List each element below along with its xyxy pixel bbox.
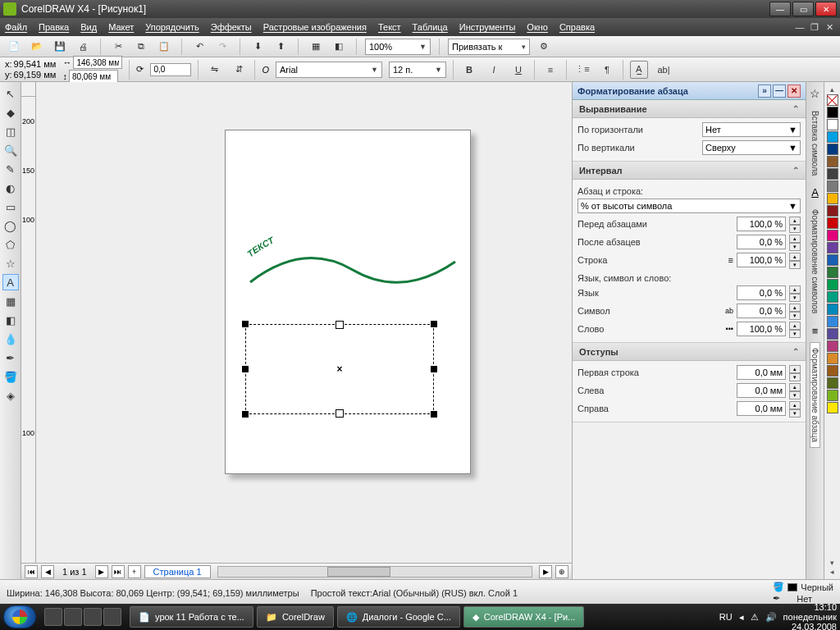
ql-item[interactable] bbox=[103, 608, 121, 626]
next-page-button[interactable]: ▶ bbox=[95, 565, 108, 578]
color-swatch[interactable] bbox=[827, 180, 838, 192]
close-button[interactable]: ✕ bbox=[815, 2, 837, 16]
right-indent-spinner[interactable]: ▴▾ bbox=[789, 401, 801, 416]
menu-edit[interactable]: Правка bbox=[39, 22, 69, 32]
after-para-input[interactable]: 0,0 % bbox=[737, 235, 786, 249]
paste-button[interactable]: 📋 bbox=[155, 38, 173, 56]
minimize-button[interactable]: — bbox=[769, 2, 791, 16]
maximize-button[interactable]: ▭ bbox=[792, 2, 814, 16]
char-format-button[interactable]: A̲ bbox=[630, 61, 648, 79]
palette-up-button[interactable]: ▴ bbox=[830, 85, 834, 94]
handle-e[interactable] bbox=[431, 366, 437, 372]
menu-window[interactable]: Окно bbox=[527, 22, 548, 32]
menu-view[interactable]: Вид bbox=[80, 22, 97, 32]
left-indent-spinner[interactable]: ▴▾ bbox=[789, 383, 801, 398]
indent-section-header[interactable]: Отступы ⌃ bbox=[573, 343, 806, 361]
vert-align-combo[interactable]: Сверху▼ bbox=[702, 140, 801, 155]
menu-text[interactable]: Текст bbox=[378, 22, 401, 32]
width-input[interactable] bbox=[73, 56, 122, 69]
word-spinner[interactable]: ▴▾ bbox=[789, 322, 801, 336]
taskbar-item[interactable]: 📁CorelDraw bbox=[257, 606, 334, 628]
ql-item[interactable] bbox=[64, 608, 82, 626]
lang-spinner[interactable]: ▴▾ bbox=[789, 285, 801, 300]
basic-shapes-tool[interactable]: ☆ bbox=[2, 255, 19, 272]
handle-w[interactable] bbox=[242, 366, 249, 372]
zoom-combo[interactable]: 100% ▼ bbox=[365, 39, 431, 55]
word-input[interactable]: 100,0 % bbox=[737, 322, 786, 336]
left-indent-input[interactable]: 0,0 мм bbox=[737, 383, 786, 398]
italic-button[interactable]: I bbox=[485, 61, 503, 79]
zoom-tool[interactable]: 🔍 bbox=[2, 142, 19, 158]
new-button[interactable]: 📄 bbox=[5, 38, 23, 56]
print-button[interactable]: 🖨 bbox=[74, 38, 92, 56]
palette-flyout-button[interactable]: ◂ bbox=[830, 568, 834, 576]
hint-star-icon[interactable]: ☆ bbox=[810, 87, 820, 100]
color-swatch[interactable] bbox=[827, 304, 838, 315]
drawing-area[interactable]: ТЕКСТ × bbox=[36, 97, 572, 563]
char-input[interactable]: 0,0 % bbox=[737, 304, 786, 318]
color-swatch[interactable] bbox=[827, 107, 838, 118]
align-button[interactable]: ≡ bbox=[541, 61, 559, 79]
outline-tool[interactable]: ✒ bbox=[2, 349, 19, 366]
right-indent-input[interactable]: 0,0 мм bbox=[737, 401, 786, 416]
color-swatch[interactable] bbox=[827, 242, 838, 253]
bullets-button[interactable]: ⋮≡ bbox=[573, 61, 591, 79]
smart-fill-tool[interactable]: ◐ bbox=[2, 180, 19, 196]
freehand-tool[interactable]: ✎ bbox=[2, 161, 19, 177]
tab-char-format[interactable]: Форматирование символов bbox=[810, 203, 820, 319]
docker-collapse-button[interactable]: » bbox=[758, 84, 771, 98]
menu-table[interactable]: Таблица bbox=[413, 22, 448, 32]
docker-minimize-button[interactable]: — bbox=[773, 84, 786, 98]
color-swatch[interactable] bbox=[827, 119, 838, 130]
fill-tool[interactable]: 🪣 bbox=[2, 368, 19, 385]
color-swatch[interactable] bbox=[827, 340, 838, 352]
color-swatch[interactable] bbox=[827, 402, 838, 413]
open-button[interactable]: 📂 bbox=[28, 38, 46, 56]
lang-input[interactable]: 0,0 % bbox=[737, 285, 786, 300]
save-button[interactable]: 💾 bbox=[51, 38, 69, 56]
mirror-v-button[interactable]: ⇵ bbox=[230, 61, 248, 79]
after-para-spinner[interactable]: ▴▾ bbox=[789, 235, 801, 249]
underline-button[interactable]: U bbox=[509, 61, 527, 79]
last-page-button[interactable]: ⏭ bbox=[112, 565, 125, 578]
tray-icon[interactable]: ◂ bbox=[739, 612, 744, 623]
menu-help[interactable]: Справка bbox=[559, 22, 595, 32]
para-format-tab-icon[interactable]: ≡ bbox=[812, 325, 819, 337]
tab-insert-symbol[interactable]: Вставка символа bbox=[810, 105, 820, 181]
snap-combo[interactable]: Привязать к ▾ bbox=[448, 39, 530, 55]
redo-button[interactable]: ↷ bbox=[213, 38, 231, 56]
scroll-right-button[interactable]: ▶ bbox=[539, 565, 552, 578]
handle-se[interactable] bbox=[431, 411, 437, 418]
dropcap-button[interactable]: ¶ bbox=[598, 61, 616, 79]
font-size-combo[interactable]: 12 п. ▼ bbox=[389, 62, 446, 78]
color-swatch[interactable] bbox=[827, 353, 838, 364]
handle-n[interactable] bbox=[336, 321, 344, 329]
text-frame-selection[interactable]: × bbox=[245, 324, 434, 414]
pick-tool[interactable]: ↖ bbox=[2, 85, 19, 102]
tray-volume-icon[interactable]: 🔊 bbox=[765, 612, 777, 623]
wave-text-object[interactable]: ТЕКСТ bbox=[246, 200, 459, 307]
bold-button[interactable]: B bbox=[460, 61, 478, 79]
rectangle-tool[interactable]: ▭ bbox=[2, 199, 19, 215]
crop-tool[interactable]: ◫ bbox=[2, 123, 19, 139]
mdi-minimize-icon[interactable]: — bbox=[794, 21, 806, 33]
tray-icon[interactable]: ⚠ bbox=[751, 612, 759, 623]
color-swatch[interactable] bbox=[827, 205, 838, 217]
options-button[interactable]: ⚙ bbox=[535, 38, 553, 56]
export-button[interactable]: ⬆ bbox=[272, 38, 290, 56]
handle-nw[interactable] bbox=[242, 321, 249, 327]
lang-indicator[interactable]: RU bbox=[719, 612, 733, 622]
color-swatch[interactable] bbox=[827, 365, 838, 377]
no-color-swatch[interactable] bbox=[827, 94, 838, 106]
line-spinner[interactable]: ▴▾ bbox=[789, 253, 801, 267]
vertical-ruler[interactable]: 200 150 100 100 bbox=[21, 97, 36, 563]
taskbar-clock[interactable]: 13:10 понедельник 24.03.2008 bbox=[783, 602, 837, 630]
start-button[interactable] bbox=[3, 605, 36, 628]
color-swatch[interactable] bbox=[827, 390, 838, 401]
font-combo[interactable]: Arial ▼ bbox=[276, 62, 382, 78]
page-tab[interactable]: Страница 1 bbox=[144, 565, 211, 578]
color-swatch[interactable] bbox=[827, 230, 838, 241]
taskbar-item[interactable]: 🌐Диалоги - Google C... bbox=[337, 606, 460, 628]
cut-button[interactable]: ✂ bbox=[109, 38, 127, 56]
mdi-close-icon[interactable]: ✕ bbox=[824, 21, 835, 33]
